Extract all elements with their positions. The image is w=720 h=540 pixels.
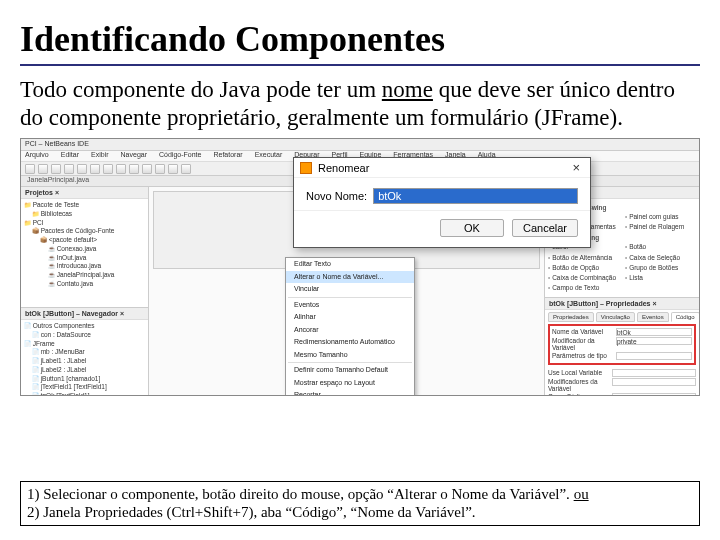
palette-item[interactable]: Botão [625,242,696,251]
tree-node[interactable]: Pacote de Teste [24,201,145,210]
menu-item[interactable]: Refatorar [213,151,242,161]
toolbar-button[interactable] [116,164,126,174]
tree-node[interactable]: mb : JMenuBar [24,348,145,357]
dialog-title-text: Renomear [318,162,369,174]
toolbar-button[interactable] [90,164,100,174]
property-value[interactable] [612,393,696,396]
ok-button[interactable]: OK [440,219,504,237]
palette-item[interactable]: Lista [625,273,696,282]
footer-line1-ou: ou [574,486,589,502]
menu-item[interactable]: Executar [255,151,283,161]
palette-item[interactable]: Caixa de Combinação [548,273,619,282]
properties-tabs[interactable]: PropriedadesVinculaçãoEventosCódigo [548,312,696,322]
context-menu-item[interactable]: Mesmo Tamanho [286,349,414,362]
tree-node[interactable]: con : DataSource [24,331,145,340]
property-value[interactable] [612,378,696,386]
context-menu-item[interactable]: Eventos [286,299,414,312]
context-menu-item[interactable]: Recortar [286,389,414,396]
palette-item[interactable]: Botão de Opção [548,263,619,272]
menu-item[interactable]: Editar [61,151,79,161]
tree-node[interactable]: JanelaPrincipal.java [24,271,145,280]
context-menu-item[interactable]: Redimensionamento Automático [286,336,414,349]
context-menu-item[interactable]: Alterar o Nome da Variável... [286,271,414,284]
palette-item[interactable]: Grupo de Botões [625,263,696,272]
tree-node[interactable]: JFrame [24,340,145,349]
properties-title: btOk [JButton] – Propriedades × [545,298,699,310]
dialog-icon [300,162,312,174]
toolbar-button[interactable] [38,164,48,174]
close-icon[interactable]: × [568,160,584,175]
palette-item[interactable]: Botão de Alternância [548,253,619,262]
toolbar-button[interactable] [142,164,152,174]
context-menu-item[interactable]: Editar Texto [286,258,414,271]
properties-panel[interactable]: btOk [JButton] – Propriedades × Propried… [545,297,699,396]
toolbar-button[interactable] [51,164,61,174]
context-menu-item[interactable]: Ancorar [286,324,414,337]
property-value[interactable]: private [616,337,692,345]
context-menu-item[interactable]: Definir como Tamanho Default [286,364,414,377]
tree-node[interactable]: Introducao.java [24,262,145,271]
context-menu[interactable]: Editar TextoAlterar o Nome da Variável..… [285,257,415,396]
rename-dialog: Renomear × Novo Nome: btOk OK Cancelar [293,157,591,248]
context-menu-item[interactable]: Vincular [286,283,414,296]
properties-tab[interactable]: Vinculação [596,312,635,322]
property-value[interactable] [612,369,696,377]
property-value[interactable] [616,352,692,360]
tree-node[interactable]: InOut.java [24,254,145,263]
ide-left-column: Projetos × Pacote de TesteBibliotecasPCI… [21,187,149,396]
tree-node[interactable]: tnOk [TextField1] [24,392,145,396]
menu-item[interactable]: Arquivo [25,151,49,161]
body-pre: Todo componente do Java pode ter um [20,77,382,102]
tree-node[interactable]: Contato.java [24,280,145,289]
tree-node[interactable]: <pacote default> [24,236,145,245]
ide-window-title: PCI – NetBeans IDE [21,139,699,151]
tree-node[interactable]: Bibliotecas [24,210,145,219]
toolbar-button[interactable] [25,164,35,174]
properties-tab[interactable]: Propriedades [548,312,594,322]
palette-item[interactable]: Painel com guias [625,212,696,221]
toolbar-button[interactable] [181,164,191,174]
footer-line2: 2) Janela Propriedades (Ctrl+Shift+7), a… [27,504,476,520]
context-menu-item[interactable]: Alinhar [286,311,414,324]
context-menu-item[interactable]: Mostrar espaço no Layout [286,377,414,390]
new-name-input[interactable]: btOk [373,188,578,204]
footer-line1: 1) Selecionar o componente, botão direit… [27,486,574,502]
properties-tab[interactable]: Eventos [637,312,669,322]
navigator-panel-title: btOk [JButton] – Navegador × [21,308,148,320]
project-tree[interactable]: Pacote de TesteBibliotecasPCIPacotes de … [21,199,148,307]
toolbar-button[interactable] [103,164,113,174]
menu-item[interactable]: Navegar [121,151,147,161]
navigator-tree[interactable]: Outros Componentescon : DataSourceJFrame… [21,320,148,396]
property-value[interactable]: btOk [616,328,692,336]
toolbar-button[interactable] [155,164,165,174]
tree-node[interactable]: Pacotes de Código-Fonte [24,227,145,236]
tree-node[interactable]: Conexao.java [24,245,145,254]
toolbar-button[interactable] [168,164,178,174]
toolbar-button[interactable] [77,164,87,174]
tree-node[interactable]: jButton1 [chamado1] [24,375,145,384]
cancel-button[interactable]: Cancelar [512,219,578,237]
projects-panel-title: Projetos × [21,187,148,199]
property-label: Modificador da Variável [552,337,612,351]
palette-item[interactable]: Caixa de Seleção [625,253,696,262]
tree-node[interactable]: jTextField1 [TextField1] [24,383,145,392]
toolbar-button[interactable] [129,164,139,174]
tree-node[interactable]: jLabel2 : JLabel [24,366,145,375]
body-paragraph: Todo componente do Java pode ter um nome… [20,76,700,132]
properties-tab[interactable]: Código [671,312,700,322]
tree-node[interactable]: PCI [24,219,145,228]
properties-list[interactable]: Use Local VariableModificadores da Variá… [548,369,696,396]
ide-screenshot: PCI – NetBeans IDE ArquivoEditarExibirNa… [20,138,700,396]
tree-node[interactable]: jLabel1 : JLabel [24,357,145,366]
menu-item[interactable]: Exibir [91,151,109,161]
property-label: Use Local Variable [548,369,608,377]
title-rule [20,64,700,66]
footer-instructions: 1) Selecionar o componente, botão direit… [20,481,700,527]
slide-title: Identificando Componentes [20,18,700,60]
palette-item[interactable]: Campo de Texto [548,283,619,292]
palette-item[interactable]: Painel de Rolagem [625,222,696,231]
toolbar-button[interactable] [64,164,74,174]
menu-item[interactable]: Código-Fonte [159,151,201,161]
dialog-label: Novo Nome: [306,190,367,202]
tree-node[interactable]: Outros Componentes [24,322,145,331]
